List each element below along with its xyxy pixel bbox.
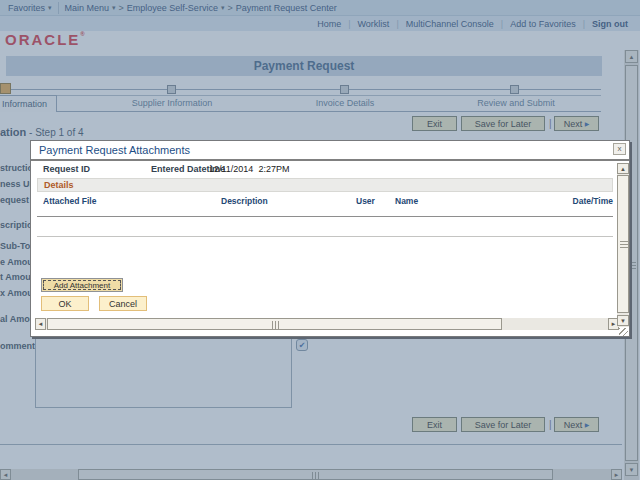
modal-title: Payment Request Attachments (39, 144, 190, 156)
grid-row-divider (37, 216, 613, 217)
add-attachment-button[interactable]: Add Attachment (41, 278, 123, 292)
modal-vscrollbar-thumb[interactable] (617, 175, 629, 313)
modal-hscrollbar-thumb[interactable] (47, 318, 502, 330)
request-id-label: Request ID (43, 164, 90, 174)
payment-request-attachments-modal: Payment Request Attachments x Request ID… (30, 140, 630, 337)
scroll-left-icon[interactable]: ◄ (35, 318, 46, 330)
entered-datetime-value: 12/11/2014 2:27PM (209, 164, 289, 174)
column-header-description[interactable]: Description (221, 196, 268, 206)
ok-button[interactable]: OK (41, 296, 89, 311)
scroll-up-icon[interactable]: ▲ (617, 163, 629, 174)
modal-title-divider (31, 159, 629, 161)
column-header-name[interactable]: Name (395, 196, 418, 206)
modal-hscrollbar[interactable]: ◄ ► (35, 318, 619, 330)
cancel-button[interactable]: Cancel (99, 296, 147, 311)
details-section-header: Details (37, 178, 613, 192)
scrollbar-grip (272, 321, 280, 329)
column-header-user[interactable]: User (356, 196, 375, 206)
modal-vscrollbar[interactable]: ▲ ▼ (617, 163, 629, 327)
column-header-datetime[interactable]: Date/Time (513, 196, 613, 206)
column-header-attached-file[interactable]: Attached File (43, 196, 96, 206)
close-icon[interactable]: x (613, 143, 626, 155)
grid-row-divider (37, 236, 613, 237)
resize-grip[interactable] (619, 328, 628, 336)
screen: Favorites ▾ Main Menu ▾ > Employee Self-… (0, 0, 640, 480)
scrollbar-grip (620, 240, 628, 248)
details-label: Details (44, 180, 74, 190)
scroll-down-icon[interactable]: ▼ (617, 315, 629, 326)
